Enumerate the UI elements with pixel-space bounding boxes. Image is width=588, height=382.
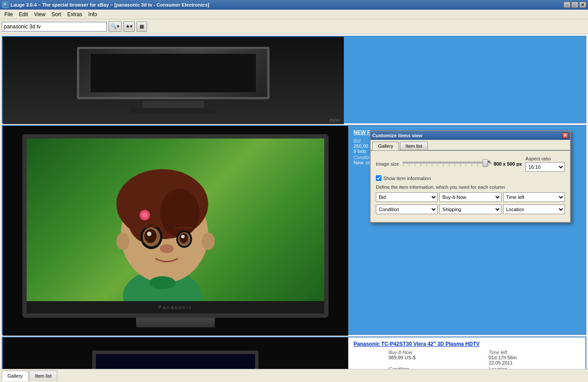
condition-label-3: Condition bbox=[388, 366, 480, 369]
app-icon: 🔍 bbox=[2, 1, 9, 8]
dialog-tabs: Gallery Item list bbox=[371, 140, 570, 151]
image-size-row: Image size ↖ bbox=[376, 156, 565, 172]
listing-image-1: expo bbox=[3, 37, 344, 124]
dialog-tab-gallery[interactable]: Gallery bbox=[372, 142, 399, 150]
col6-select[interactable]: Location bbox=[503, 205, 565, 214]
dialog-close-button[interactable]: ✕ bbox=[562, 132, 568, 139]
svg-point-10 bbox=[144, 229, 157, 243]
list-item: expo bbox=[2, 36, 586, 123]
listing-image-2: Panasonic bbox=[3, 126, 348, 336]
aspect-ratio-label: Aspect ratio bbox=[525, 156, 565, 161]
svg-point-17 bbox=[116, 233, 130, 250]
tab-gallery[interactable]: Gallery bbox=[2, 371, 28, 381]
menu-extras[interactable]: Extras bbox=[65, 10, 85, 18]
date-3: 22.05.2011 bbox=[489, 360, 580, 365]
svg-point-19 bbox=[149, 276, 175, 289]
menu-file[interactable]: File bbox=[2, 10, 15, 18]
image-size-slider-track bbox=[402, 162, 490, 163]
search-input[interactable] bbox=[2, 22, 107, 31]
menu-view[interactable]: View bbox=[32, 10, 48, 18]
menu-edit[interactable]: Edit bbox=[16, 10, 31, 18]
svg-point-15 bbox=[181, 235, 185, 238]
column-row-2: Condition Shipping Location bbox=[376, 205, 565, 214]
buy-label: Buy-It-Now bbox=[388, 350, 480, 355]
col5-select[interactable]: Shipping bbox=[439, 205, 501, 214]
window-title: Lauge 3.0.4 – The special browser for eB… bbox=[10, 2, 209, 7]
favorites-button[interactable]: ★▾ bbox=[123, 21, 135, 32]
svg-point-11 bbox=[147, 232, 151, 236]
menu-info[interactable]: Info bbox=[86, 10, 100, 18]
col3-select[interactable]: Time left bbox=[503, 192, 565, 202]
search-button[interactable]: 🔍▾ bbox=[108, 21, 122, 32]
show-info-row: Show item information bbox=[376, 175, 565, 181]
listing-image-3 bbox=[3, 337, 348, 369]
aspect-ratio-select[interactable]: 16:10 4:3 16:9 1:1 bbox=[525, 162, 565, 172]
svg-point-18 bbox=[202, 233, 215, 250]
location-label-3: Location bbox=[489, 366, 580, 369]
image-size-value: 800 x 500 px bbox=[494, 161, 522, 167]
time-label-3: Time left bbox=[489, 350, 580, 355]
menu-bar: File Edit View Sort Extras Info bbox=[0, 10, 588, 19]
time-value-3: 01d 17h 56m bbox=[489, 355, 580, 360]
dialog-title-bar: Customize items view ✕ bbox=[371, 131, 570, 140]
svg-point-14 bbox=[179, 233, 188, 243]
minimize-button[interactable]: – bbox=[564, 2, 570, 8]
listing-info-1 bbox=[344, 37, 585, 122]
show-info-label: Show item information bbox=[383, 176, 431, 181]
dialog-title: Customize items view bbox=[372, 133, 422, 138]
tab-item-list[interactable]: Item list bbox=[29, 371, 57, 381]
svg-point-5 bbox=[160, 189, 200, 237]
title-bar: 🔍 Lauge 3.0.4 – The special browser for … bbox=[0, 0, 588, 10]
view-button[interactable]: ▦ bbox=[136, 21, 147, 32]
dialog-tab-item-list[interactable]: Item list bbox=[400, 142, 428, 150]
window-controls: – □ ✕ bbox=[564, 2, 586, 8]
expo-watermark: expo bbox=[329, 117, 340, 122]
svg-point-7 bbox=[142, 212, 148, 218]
show-info-checkbox[interactable] bbox=[376, 175, 382, 181]
maximize-button[interactable]: □ bbox=[571, 2, 578, 8]
toolbar: 🔍▾ ★▾ ▦ bbox=[0, 19, 588, 34]
column-row-1: Bid Buy-It-Now Time left bbox=[376, 192, 565, 202]
status-bar: Gallery Item list bbox=[0, 369, 588, 382]
customize-dialog: Customize items view ✕ Gallery Item list… bbox=[370, 130, 571, 223]
listing-title-3[interactable]: Panasonic TC-P42ST30 Viera 42" 3D Plasma… bbox=[354, 341, 580, 347]
buy-value: 989,99 US-$ bbox=[388, 355, 480, 360]
menu-sort[interactable]: Sort bbox=[49, 10, 64, 18]
listing-info-3: Panasonic TC-P42ST30 Viera 42" 3D Plasma… bbox=[348, 337, 585, 369]
image-size-slider-container: ↖ bbox=[402, 160, 490, 168]
svg-point-16 bbox=[160, 244, 174, 253]
image-size-slider-thumb[interactable] bbox=[483, 159, 488, 167]
define-info-text: Define the item information, which you n… bbox=[376, 184, 565, 190]
col2-select[interactable]: Buy-It-Now bbox=[439, 192, 501, 202]
col1-select[interactable]: Bid bbox=[376, 192, 438, 202]
col4-select[interactable]: Condition bbox=[376, 205, 438, 214]
dialog-body: Image size ↖ bbox=[371, 151, 570, 222]
list-item: Panasonic TC-P42ST30 Viera 42" 3D Plasma… bbox=[2, 337, 586, 369]
close-button[interactable]: ✕ bbox=[579, 2, 586, 8]
image-size-label: Image size bbox=[376, 161, 399, 167]
